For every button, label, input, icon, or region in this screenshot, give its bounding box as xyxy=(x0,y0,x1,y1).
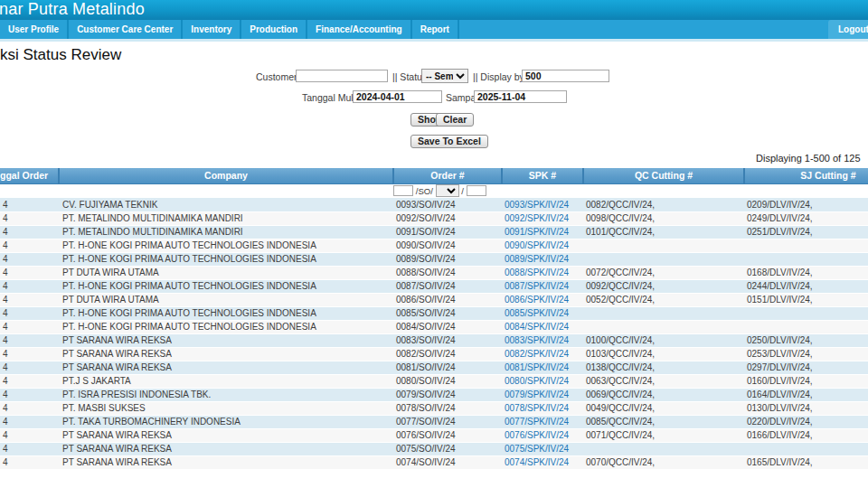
sj-cutting-cell: 0168/DLV/IV/24, xyxy=(744,266,868,279)
spk-link[interactable]: 0087/SPK/IV/24 xyxy=(505,281,569,291)
qc-cutting-cell xyxy=(583,442,744,455)
spk-link[interactable]: 0089/SPK/IV/24 xyxy=(505,254,569,264)
spk-link[interactable]: 0079/SPK/IV/24 xyxy=(505,389,569,399)
display-by-input[interactable] xyxy=(522,70,609,82)
date-end-input[interactable] xyxy=(474,90,567,103)
spk-link[interactable]: 0082/SPK/IV/24 xyxy=(505,349,569,359)
spk-link[interactable]: 0093/SPK/IV/24 xyxy=(505,200,569,210)
col-header-spk-no: SPK # xyxy=(502,168,583,183)
order-row: 4 PT SARANA WIRA REKSA 0074/SO/IV/24 007… xyxy=(0,455,868,469)
spk-link[interactable]: 0074/SPK/IV/24 xyxy=(505,457,569,467)
nav-item-user-profile[interactable]: User Profile xyxy=(0,20,69,39)
order-date-fragment: 4 xyxy=(3,254,8,264)
sj-cutting-cell: 0160/DLV/IV/24, xyxy=(744,374,868,388)
company-cell: PT SARANA WIRA REKSA xyxy=(59,361,393,374)
order-year-filter-input[interactable] xyxy=(467,185,486,196)
qc-cutting-cell: 0071/QCC/IV/24, xyxy=(583,428,744,442)
sj-cutting-cell: 0130/DLV/IV/24, xyxy=(744,401,868,415)
sj-cutting-cell: 0244/DLV/IV/24, xyxy=(744,279,868,293)
order-row: 4 PT SARANA WIRA REKSA 0081/SO/IV/24 008… xyxy=(0,361,868,374)
order-date-fragment: 4 xyxy=(3,335,8,345)
spk-link[interactable]: 0076/SPK/IV/24 xyxy=(505,430,569,440)
order-date-fragment: 4 xyxy=(3,200,8,210)
order-so-label: /SO/ xyxy=(416,186,433,196)
spk-link[interactable]: 0081/SPK/IV/24 xyxy=(505,362,569,372)
order-no-cell: 0074/SO/IV/24 xyxy=(393,455,502,469)
company-cell: PT. METALINDO MULTIDINAMIKA MANDIRI xyxy=(59,225,393,239)
sj-cutting-cell: 0251/DLV/IV/24, xyxy=(744,225,868,239)
date-start-input[interactable] xyxy=(353,90,442,103)
table-filter-row: /SO/ / xyxy=(0,183,868,198)
spk-link[interactable]: 0090/SPK/IV/24 xyxy=(505,240,569,250)
col-header-qc-cutting: QC Cutting # xyxy=(583,168,744,183)
sj-cutting-cell xyxy=(744,252,868,266)
nav-item-inventory[interactable]: Inventory xyxy=(183,20,241,39)
sj-cutting-cell xyxy=(744,306,868,320)
company-cell: PT SARANA WIRA REKSA xyxy=(59,347,393,361)
order-no-cell: 0075/SO/IV/24 xyxy=(393,442,502,455)
save-to-excel-button[interactable]: Save To Excel xyxy=(410,135,488,148)
nav-item-report[interactable]: Report xyxy=(412,20,459,39)
order-no-cell: 0092/SO/IV/24 xyxy=(393,211,502,225)
order-no-cell: 0087/SO/IV/24 xyxy=(393,279,502,293)
sj-cutting-cell xyxy=(744,442,868,455)
order-no-cell: 0083/SO/IV/24 xyxy=(393,333,502,347)
company-cell: PT DUTA WIRA UTAMA xyxy=(59,293,393,306)
order-no-cell: 0084/SO/IV/24 xyxy=(393,320,502,333)
order-no-cell: 0082/SO/IV/24 xyxy=(393,347,502,361)
order-date-fragment: 4 xyxy=(3,281,8,291)
sj-cutting-cell: 0166/DLV/IV/24, xyxy=(744,428,868,442)
clear-button[interactable]: Clear xyxy=(436,113,474,127)
sj-cutting-cell: 0253/DLV/IV/24, xyxy=(744,347,868,361)
sj-cutting-cell: 0151/DLV/IV/24, xyxy=(744,293,868,306)
status-select[interactable]: -- Semua -- xyxy=(421,69,468,83)
order-no-cell: 0078/SO/IV/24 xyxy=(393,401,502,415)
order-no-cell: 0088/SO/IV/24 xyxy=(393,266,502,279)
qc-cutting-cell: 0069/QCC/IV/24, xyxy=(583,388,744,401)
nav-item-customer-care-center[interactable]: Customer Care Center xyxy=(69,20,183,39)
spk-link[interactable]: 0080/SPK/IV/24 xyxy=(505,376,569,386)
nav-item-production[interactable]: Production xyxy=(241,20,307,39)
qc-cutting-cell: 0082/QCC/IV/24, xyxy=(583,198,744,211)
spk-link[interactable]: 0083/SPK/IV/24 xyxy=(505,335,569,345)
qc-cutting-cell: 0098/QCC/IV/24, xyxy=(583,211,744,225)
sj-cutting-cell xyxy=(744,320,868,333)
spk-link[interactable]: 0084/SPK/IV/24 xyxy=(505,322,569,332)
spk-link[interactable]: 0086/SPK/IV/24 xyxy=(505,295,569,305)
company-cell: PT DUTA WIRA UTAMA xyxy=(59,266,393,279)
order-no-cell: 0089/SO/IV/24 xyxy=(393,252,502,266)
qc-cutting-cell: 0101/QCC/IV/24, xyxy=(583,225,744,239)
order-row: 4 PT DUTA WIRA UTAMA 0086/SO/IV/24 0086/… xyxy=(0,293,868,306)
order-row: 4 PT. H-ONE KOGI PRIMA AUTO TECHNOLOGIES… xyxy=(0,239,868,252)
order-no-cell: 0085/SO/IV/24 xyxy=(393,306,502,320)
order-date-fragment: 4 xyxy=(3,403,8,413)
order-month-filter-select[interactable] xyxy=(436,184,459,197)
order-row: 4 PT SARANA WIRA REKSA 0083/SO/IV/24 008… xyxy=(0,333,868,347)
spk-link[interactable]: 0088/SPK/IV/24 xyxy=(505,267,569,277)
qc-cutting-cell: 0052/QCC/IV/24, xyxy=(583,293,744,306)
spk-link[interactable]: 0078/SPK/IV/24 xyxy=(505,403,569,413)
spk-link[interactable]: 0077/SPK/IV/24 xyxy=(505,417,569,427)
spk-link[interactable]: 0085/SPK/IV/24 xyxy=(505,308,569,318)
main-nav: User Profile Customer Care Center Invent… xyxy=(0,20,868,39)
order-date-fragment: 4 xyxy=(3,227,8,237)
order-no-cell: 0079/SO/IV/24 xyxy=(393,388,502,401)
order-date-fragment: 4 xyxy=(3,430,8,440)
order-date-fragment: 4 xyxy=(3,322,8,332)
order-row: 4 PT. TAKA TURBOMACHINERY INDONESIA 0077… xyxy=(0,415,868,428)
company-cell: PT SARANA WIRA REKSA xyxy=(59,333,393,347)
logout-button[interactable]: Logout xyxy=(828,20,868,39)
qc-cutting-cell xyxy=(583,306,744,320)
order-date-fragment: 4 xyxy=(3,295,8,305)
order-number-filter-input[interactable] xyxy=(393,185,413,196)
company-cell: PT. H-ONE KOGI PRIMA AUTO TECHNOLOGIES I… xyxy=(59,279,393,293)
customer-input[interactable] xyxy=(296,70,388,82)
app-title: nar Putra Metalindo xyxy=(0,0,145,19)
col-header-company: Company xyxy=(59,168,393,183)
spk-link[interactable]: 0091/SPK/IV/24 xyxy=(505,227,569,237)
nav-item-finance-accounting[interactable]: Finance/Accounting xyxy=(307,20,412,39)
order-date-fragment: 4 xyxy=(3,417,8,427)
order-no-cell: 0077/SO/IV/24 xyxy=(393,415,502,428)
spk-link[interactable]: 0092/SPK/IV/24 xyxy=(505,213,569,223)
spk-link[interactable]: 0075/SPK/IV/24 xyxy=(505,444,569,454)
